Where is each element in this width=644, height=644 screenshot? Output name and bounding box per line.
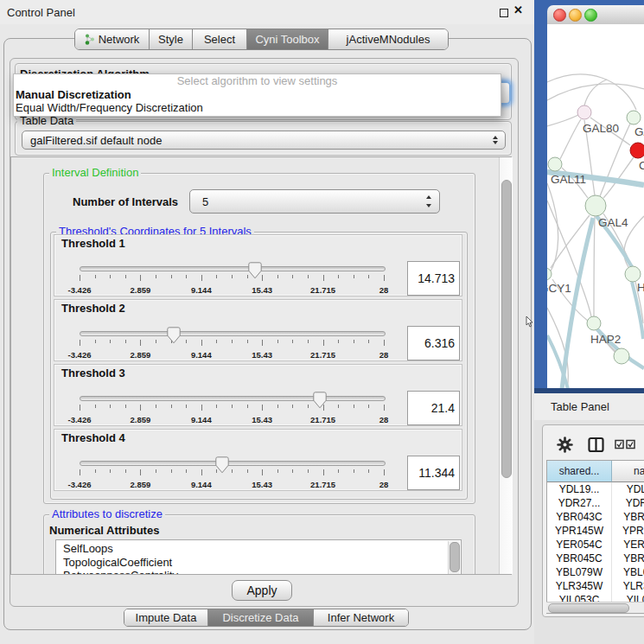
- threshold-value-field[interactable]: 6.316: [407, 326, 460, 360]
- table-row[interactable]: YPR145WYPR145W: [547, 524, 644, 538]
- svg-text:GAL4: GAL4: [598, 216, 628, 229]
- settings-scrollbar-thumb[interactable]: [501, 180, 512, 478]
- threshold-slider-track[interactable]: [80, 266, 386, 271]
- network-window-titlebar[interactable]: [547, 5, 644, 25]
- table-cell-name[interactable]: YBL079W: [612, 565, 644, 579]
- attribute-list-item[interactable]: SelfLoops: [56, 542, 461, 556]
- table-cell-name[interactable]: YDL19...: [612, 482, 644, 496]
- threshold-slider-track[interactable]: [80, 331, 386, 336]
- column-header-shared-name[interactable]: shared...: [547, 461, 612, 482]
- threshold-slider-thumb[interactable]: [167, 327, 181, 347]
- slider-tick: [232, 405, 233, 408]
- threshold-label: Threshold 2: [61, 302, 125, 315]
- table-cell-shared-name[interactable]: YER054C: [547, 538, 612, 552]
- column-header-label: name: [634, 465, 644, 477]
- table-row[interactable]: YER054CYER054C: [547, 538, 644, 552]
- slider-tick: [140, 340, 141, 346]
- table-panel-titlebar: Table Panel: [534, 393, 644, 421]
- table-hscrollbar[interactable]: [546, 602, 644, 613]
- column-header-name[interactable]: name: [612, 461, 644, 482]
- slider-tick: [247, 340, 248, 343]
- mouse-cursor: [526, 316, 533, 328]
- tab-discretize-data[interactable]: Discretize Data: [208, 609, 314, 626]
- threshold-value-field[interactable]: 11.344: [407, 456, 460, 490]
- select-attributes-icon[interactable]: [615, 439, 637, 450]
- attribute-list-item[interactable]: BetweennessCentrality: [56, 569, 461, 575]
- attributes-list[interactable]: SelfLoopsTopologicalCoefficientBetweenne…: [55, 539, 462, 575]
- threshold-value-field[interactable]: 14.713: [407, 261, 460, 296]
- table-panel-title: Table Panel: [551, 400, 609, 413]
- apply-button[interactable]: Apply: [232, 580, 292, 601]
- table-row[interactable]: YBR045CYBR045C: [547, 552, 644, 565]
- split-panel-icon[interactable]: [588, 437, 604, 453]
- settings-scrollbar[interactable]: [499, 157, 513, 574]
- tab-infer-network[interactable]: Infer Network: [314, 609, 408, 626]
- threshold-slider-track[interactable]: [80, 461, 386, 466]
- apply-button-label: Apply: [246, 583, 277, 597]
- gear-icon[interactable]: [557, 437, 573, 453]
- slider-tick: [292, 275, 293, 278]
- table-cell-shared-name[interactable]: YLR345W: [547, 579, 612, 593]
- control-panel-titlebar: Control Panel ✕: [0, 0, 534, 24]
- zoom-traffic-light[interactable]: [584, 9, 597, 22]
- table-cell-name[interactable]: YER054C: [612, 538, 644, 552]
- slider-tick: [323, 340, 324, 346]
- table-cell-shared-name[interactable]: YBL079W: [547, 565, 612, 579]
- slider-tick-label: 2.859: [116, 480, 164, 489]
- float-window-icon[interactable]: [500, 9, 508, 17]
- threshold-value-field[interactable]: 21.4: [407, 391, 460, 425]
- tab-jactivemnodules[interactable]: jActiveMNodules: [328, 29, 448, 49]
- threshold-slider-thumb[interactable]: [215, 456, 229, 476]
- slider-tick: [368, 405, 369, 408]
- num-intervals-spinner[interactable]: 5: [189, 189, 440, 214]
- tab-select[interactable]: Select: [193, 29, 247, 49]
- table-row[interactable]: YDR27...YDR27...: [547, 496, 644, 510]
- slider-tick: [262, 469, 263, 475]
- slider-tick: [80, 469, 80, 475]
- tab-style[interactable]: Style: [150, 29, 193, 49]
- spinner-down-arrow[interactable]: [426, 204, 431, 207]
- dropdown-option-manual[interactable]: Manual Discretization: [14, 88, 501, 102]
- threshold-slider-thumb[interactable]: [248, 262, 262, 282]
- table-cell-name[interactable]: YLR345W: [612, 579, 644, 593]
- table-row[interactable]: YBL079WYBL079W: [547, 565, 644, 579]
- slider-tick: [277, 469, 278, 473]
- slider-tick: [323, 469, 324, 475]
- table-row[interactable]: YBR043CYBR043C: [547, 510, 644, 524]
- table-cell-shared-name[interactable]: YPR145W: [547, 524, 612, 538]
- table-row[interactable]: YDL19...YDL19...: [547, 482, 644, 496]
- table-cell-name[interactable]: YDR27...: [612, 496, 644, 510]
- threshold-slider-thumb[interactable]: [313, 392, 327, 411]
- slider-tick: [140, 405, 141, 411]
- close-traffic-light[interactable]: [553, 9, 566, 22]
- table-cell-shared-name[interactable]: YBR043C: [547, 510, 612, 524]
- tab-network[interactable]: Network: [75, 29, 150, 49]
- threshold-slider-track[interactable]: [80, 396, 386, 401]
- slider-tick-label: 2.859: [116, 285, 164, 295]
- tab-impute-data[interactable]: Impute Data: [124, 609, 208, 626]
- close-icon[interactable]: ✕: [513, 3, 523, 16]
- network-canvas[interactable]: GAL80GACGAL11GAL4GCY1HHAP2: [547, 24, 644, 388]
- slider-tick: [308, 275, 309, 278]
- minimize-traffic-light[interactable]: [569, 9, 582, 22]
- slider-tick: [186, 275, 187, 278]
- tab-cyni-toolbox[interactable]: Cyni Toolbox: [247, 29, 328, 49]
- slider-tick: [110, 405, 111, 408]
- slider-tick-label: 15.43: [238, 480, 286, 489]
- slider-tick-label: 28: [360, 285, 408, 295]
- table-cell-shared-name[interactable]: YBR045C: [547, 552, 612, 565]
- attributes-list-scrollbar[interactable]: [448, 541, 460, 574]
- table-cell-name[interactable]: YBR043C: [612, 510, 644, 524]
- table-cell-shared-name[interactable]: YDL19...: [547, 482, 612, 496]
- table-hscrollbar-thumb[interactable]: [548, 603, 629, 613]
- table-cell-name[interactable]: YPR145W: [612, 524, 644, 538]
- table-data-combobox[interactable]: galFiltered.sif default node: [22, 131, 506, 150]
- attribute-list-item[interactable]: TopologicalCoefficient: [56, 556, 461, 570]
- table-row[interactable]: YLR345WYLR345W: [547, 579, 644, 593]
- slider-tick: [125, 275, 126, 278]
- table-cell-shared-name[interactable]: YDR27...: [547, 496, 612, 510]
- table-cell-name[interactable]: YBR045C: [612, 552, 644, 565]
- dropdown-option-equal-width[interactable]: Equal Width/Frequency Discretization: [14, 101, 501, 115]
- slider-tick: [95, 469, 96, 473]
- spinner-up-arrow[interactable]: [426, 195, 431, 199]
